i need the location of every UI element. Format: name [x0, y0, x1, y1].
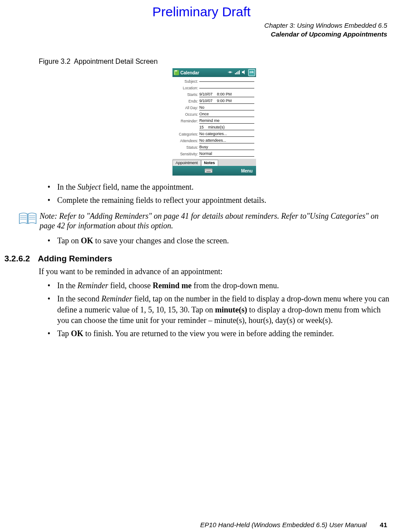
occurs-label: Occurs: — [174, 112, 199, 117]
figure-number: Figure 3.2 — [39, 58, 70, 65]
instruction-list-3: In the Reminder field, choose Remind me … — [39, 280, 390, 339]
subject-field-ref: Subject — [77, 183, 101, 191]
svg-rect-1 — [235, 73, 236, 74]
volume-icon — [241, 69, 247, 75]
soft-key-bar: Menu — [172, 166, 256, 176]
appointment-form: Subject: Location: Starts:9/10/078:00 PM… — [172, 77, 256, 159]
note-text: Note: Refer to "Adding Reminders" on pag… — [40, 211, 390, 231]
section-heading: 3.2.6.2Adding Reminders — [4, 254, 390, 264]
attendees-input[interactable]: No attendees... — [199, 138, 254, 143]
section-title: Adding Reminders — [38, 254, 112, 263]
sensitivity-label: Sensitivity: — [174, 152, 199, 156]
allday-label: All Day: — [174, 106, 199, 110]
page-number: 41 — [380, 521, 387, 528]
reminder-field-ref: Reminder — [101, 294, 132, 303]
list-item: In the Subject field, name the appointme… — [57, 182, 390, 192]
starts-input[interactable]: 9/10/078:00 PM — [199, 92, 254, 97]
instruction-list-2: Tap on OK to save your changes and close… — [39, 235, 390, 246]
instruction-list-1: In the Subject field, name the appointme… — [39, 182, 390, 206]
svg-rect-10 — [211, 169, 212, 170]
ok-ref: OK — [81, 236, 93, 245]
status-label: Status: — [174, 145, 199, 150]
starts-time[interactable]: 8:00 PM — [217, 92, 232, 96]
ends-time[interactable]: 9:00 PM — [217, 99, 232, 103]
chapter-line: Chapter 3: Using Windows Embedded 6.5 — [0, 21, 387, 30]
subject-input[interactable] — [199, 81, 254, 82]
section-number: 3.2.6.2 — [4, 254, 30, 263]
svg-rect-11 — [206, 171, 211, 172]
ends-date[interactable]: 9/10/07 — [199, 99, 212, 103]
svg-rect-4 — [239, 70, 240, 74]
subject-label: Subject: — [174, 79, 199, 84]
page-header: Chapter 3: Using Windows Embedded 6.5 Ca… — [0, 21, 387, 38]
start-flag-icon — [173, 70, 180, 76]
remind-me-ref: Remind me — [153, 281, 192, 290]
reminder-duration-input[interactable]: 15minute(s) — [199, 125, 254, 130]
minutes-ref: minute(s) — [215, 305, 247, 314]
open-book-icon — [18, 211, 38, 225]
list-item: Tap OK to finish. You are returned to th… — [57, 328, 390, 339]
section-line: Calendar of Upcoming Appointments — [0, 30, 387, 39]
svg-rect-5 — [205, 169, 212, 173]
allday-input[interactable]: No — [199, 105, 254, 110]
figure-title: Appointment Detail Screen — [74, 58, 158, 65]
appointment-detail-screenshot: Calendar ok Subject: Location: Starts:9/… — [172, 68, 256, 176]
note-block: Note: Refer to "Adding Reminders" on pag… — [18, 211, 390, 231]
manual-title: EP10 Hand-Held (Windows Embedded 6.5) Us… — [200, 521, 366, 528]
ok-button[interactable]: ok — [248, 69, 255, 76]
ok-ref: OK — [71, 329, 83, 338]
reminder-field-ref: Reminder — [77, 281, 108, 290]
svg-rect-6 — [205, 169, 206, 170]
location-input[interactable] — [199, 88, 254, 88]
categories-input[interactable]: No categories... — [199, 132, 254, 137]
location-label: Location: — [174, 86, 199, 90]
starts-date[interactable]: 9/10/07 — [199, 92, 212, 96]
reminder-label: Reminder: — [174, 119, 199, 123]
svg-rect-8 — [208, 169, 209, 170]
tab-bar: Appointment Notes — [172, 159, 256, 166]
figure-caption: Figure 3.2 Appointment Detail Screen — [39, 58, 390, 66]
reminder-input[interactable]: Remind me — [199, 118, 254, 124]
categories-label: Categories: — [174, 132, 199, 136]
preliminary-draft-watermark: Preliminary Draft — [0, 4, 403, 19]
tab-notes[interactable]: Notes — [201, 160, 218, 166]
svg-rect-2 — [236, 72, 237, 74]
svg-rect-3 — [238, 71, 238, 74]
softkey-right[interactable]: Menu — [241, 169, 253, 173]
ends-input[interactable]: 9/10/079:00 PM — [199, 99, 254, 104]
attendees-label: Attendees: — [174, 139, 199, 143]
list-item: Tap on OK to save your changes and close… — [57, 235, 390, 246]
list-item: In the second Reminder field, tap on the… — [57, 294, 390, 326]
list-item: In the Reminder field, choose Remind me … — [57, 280, 390, 291]
keyboard-icon[interactable] — [205, 169, 212, 173]
occurs-input[interactable]: Once — [199, 112, 254, 117]
titlebar-title: Calendar — [180, 70, 199, 75]
titlebar: Calendar ok — [172, 68, 256, 77]
ends-label: Ends: — [174, 99, 199, 103]
connectivity-icon — [227, 69, 233, 75]
intro-paragraph: If you want to be reminded in advance of… — [39, 266, 390, 277]
starts-label: Starts: — [174, 92, 199, 97]
reminder-unit[interactable]: minute(s) — [208, 125, 225, 129]
tab-appointment[interactable]: Appointment — [172, 160, 201, 166]
reminder-number[interactable]: 15 — [199, 125, 204, 129]
list-item: Complete the remaining fields to reflect… — [57, 195, 390, 205]
signal-icon — [234, 69, 240, 75]
svg-rect-9 — [209, 169, 210, 170]
svg-rect-7 — [207, 169, 208, 170]
sensitivity-input[interactable]: Normal — [199, 151, 254, 157]
status-input[interactable]: Busy — [199, 145, 254, 150]
page-footer: EP10 Hand-Held (Windows Embedded 6.5) Us… — [200, 521, 387, 528]
